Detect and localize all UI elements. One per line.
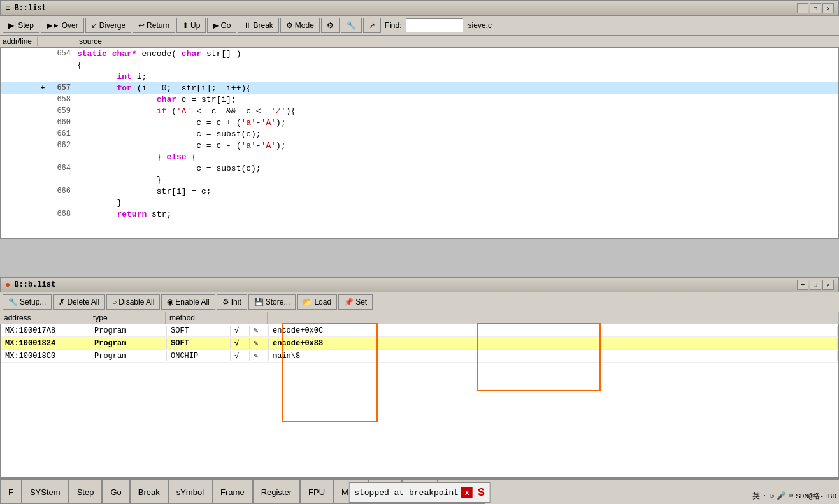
go-icon: ▶ <box>213 21 219 30</box>
bp-row-1: MX:100017A8 Program SOFT √ ✎ encode+0x0C <box>1 324 838 337</box>
top-window-controls: — ❐ ✕ <box>797 3 834 13</box>
status-message-text: stopped at breakpoint <box>354 488 459 498</box>
status-close-button[interactable]: x <box>461 487 473 498</box>
status-message-bar: stopped at breakpoint x S <box>348 482 491 503</box>
find-label: Find: <box>382 21 405 30</box>
go-button[interactable]: ▶ Go <box>207 18 236 33</box>
minimize-button[interactable]: — <box>797 3 808 13</box>
bp-check-3: √ <box>231 351 250 361</box>
status-tab-register[interactable]: Register <box>253 480 300 504</box>
address-col-header: address <box>0 312 89 324</box>
status-tab-step[interactable]: Step <box>69 480 103 504</box>
bp-type-2: Program <box>90 338 167 349</box>
status-logo-icon: S <box>478 486 485 499</box>
bp-method-3: ONCHIP <box>167 351 231 361</box>
break-button[interactable]: ⏸ Break <box>238 18 278 33</box>
set-icon: 📌 <box>344 298 354 306</box>
bp-edit-1[interactable]: ✎ <box>250 325 269 336</box>
delete-all-button[interactable]: ✗ Delete All <box>53 294 105 310</box>
over-button[interactable]: ▶► Over <box>41 18 84 33</box>
code-line-668: 668 return str; <box>1 208 838 220</box>
code-column-header: addr/line source <box>0 36 839 48</box>
bullet-icon: · <box>763 492 767 501</box>
status-tab-system[interactable]: SYStem <box>22 480 69 504</box>
code-area: 654 static char* encode( char str[] ) { … <box>1 48 838 220</box>
settings-button[interactable]: ⚙ <box>321 18 340 33</box>
code-line-666: 666 str[i] = c; <box>1 185 838 197</box>
bp-check-2: √ <box>231 338 250 349</box>
bp-row-3: MX:100018C0 Program ONCHIP √ ✎ main\8 <box>1 350 838 363</box>
code-line-662: 662 c = c - ('a'-'A'); <box>1 140 838 151</box>
bp-location-3: main\8 <box>269 351 838 361</box>
status-tab-frame[interactable]: Frame <box>212 480 253 504</box>
code-panel: 654 static char* encode( char str[] ) { … <box>0 48 839 239</box>
init-button[interactable]: ⚙ Init <box>217 294 247 310</box>
bp-minimize-button[interactable]: — <box>797 280 808 290</box>
emoji-icon: ☺ <box>770 492 774 501</box>
store-icon: 💾 <box>254 298 264 306</box>
over-icon: ▶► <box>47 21 60 30</box>
bp-edit-3[interactable]: ✎ <box>250 350 269 361</box>
mode-button[interactable]: ⚙ Mode <box>280 18 320 33</box>
list-icon: ≡ <box>5 3 10 13</box>
code-line-brace-open: { <box>1 59 838 71</box>
code-line-brace2: } <box>1 174 838 185</box>
init-icon: ⚙ <box>222 298 229 306</box>
keyboard-icon: ⌨ <box>789 491 793 501</box>
up-button[interactable]: ⬆ Up <box>176 18 206 33</box>
code-line-657: + 657 for (i = 0; str[i]; i++){ <box>1 82 838 94</box>
lang-icon: 英 <box>752 491 760 501</box>
code-line-660: 660 c = c + ('a'-'A'); <box>1 117 838 128</box>
bp-type-1: Program <box>90 326 167 336</box>
bp-col-header: address type method <box>0 312 839 324</box>
code-line-int-i: int i; <box>1 71 838 82</box>
code-line-661: 661 c = subst(c); <box>1 128 838 140</box>
bp-check-1: √ <box>231 326 250 336</box>
tools-button[interactable]: 🔧 <box>341 18 362 33</box>
bp-address-3: MX:100018C0 <box>1 351 90 361</box>
step-button[interactable]: ▶| Step <box>3 18 39 33</box>
code-line-658: 658 char c = str[i]; <box>1 94 838 105</box>
top-toolbar: ▶| Step ▶► Over ↙ Diverge ↩ Return ⬆ Up … <box>0 16 839 36</box>
bp-address-1: MX:100017A8 <box>1 326 90 336</box>
mic-icon: 🎤 <box>777 491 786 501</box>
return-button[interactable]: ↩ Return <box>133 18 175 33</box>
system-tray: 英 · ☺ 🎤 ⌨ SDN@络-TBD <box>752 491 836 501</box>
status-tab-symbol[interactable]: sYmbol <box>168 480 212 504</box>
load-button[interactable]: 📂 Load <box>297 294 337 310</box>
status-tab-fpu[interactable]: FPU <box>300 480 333 504</box>
enable-all-button[interactable]: ◉ Enable All <box>161 294 215 310</box>
type-col-header: type <box>89 312 166 324</box>
extra-button[interactable]: ↗ <box>363 18 381 33</box>
code-line-brace3: } <box>1 197 838 208</box>
source-header: source <box>38 37 102 46</box>
bp-toolbar: 🔧 Setup... ✗ Delete All ○ Disable All ◉ … <box>0 292 839 312</box>
bp-icon: ● <box>5 280 10 290</box>
status-tab-f[interactable]: F <box>0 480 22 504</box>
diverge-button[interactable]: ↙ Diverge <box>85 18 131 33</box>
bp-panel: MX:100017A8 Program SOFT √ ✎ encode+0x0C… <box>0 324 839 479</box>
enable-icon: ◉ <box>167 298 173 306</box>
bottom-window-title: B::b.list <box>14 280 55 289</box>
code-line-664: 664 c = subst(c); <box>1 162 838 174</box>
restore-button[interactable]: ❐ <box>810 3 821 13</box>
disable-icon: ○ <box>112 298 117 306</box>
bp-restore-button[interactable]: ❐ <box>810 280 821 290</box>
close-button[interactable]: ✕ <box>822 3 834 13</box>
bp-row-2: MX:10001824 Program SOFT √ ✎ encode+0x88 <box>1 337 838 350</box>
up-icon: ⬆ <box>182 21 189 30</box>
bp-type-3: Program <box>90 351 167 361</box>
store-button[interactable]: 💾 Store... <box>248 294 296 310</box>
return-icon: ↩ <box>138 21 145 30</box>
disable-all-button[interactable]: ○ Disable All <box>106 294 160 310</box>
find-input[interactable] <box>406 18 463 32</box>
setup-button[interactable]: 🔧 Setup... <box>3 294 52 310</box>
bp-close-button[interactable]: ✕ <box>822 280 834 290</box>
status-tab-go[interactable]: Go <box>102 480 129 504</box>
bp-edit-2[interactable]: ✎ <box>250 338 269 349</box>
status-tab-break[interactable]: Break <box>130 480 168 504</box>
method-col-header: method <box>166 312 229 324</box>
set-button[interactable]: 📌 Set <box>338 294 373 310</box>
diverge-icon: ↙ <box>91 21 97 30</box>
mode-icon: ⚙ <box>286 21 293 30</box>
